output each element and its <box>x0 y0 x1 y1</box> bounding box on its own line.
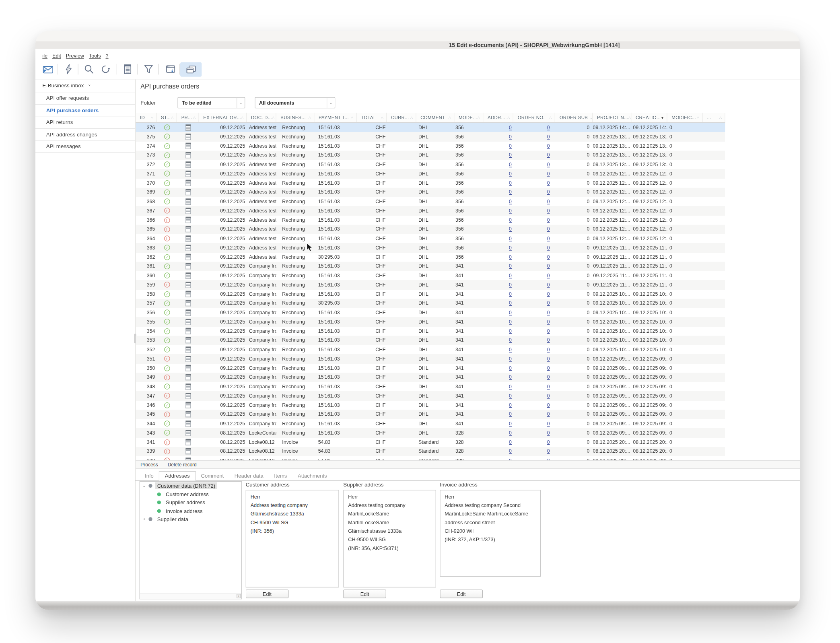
cell-link[interactable]: 0 <box>509 162 512 167</box>
windows-icon[interactable] <box>185 64 196 75</box>
cell-link[interactable]: 0 <box>509 301 512 306</box>
report-icon[interactable] <box>122 64 133 75</box>
cell-link[interactable]: 0 <box>509 291 512 297</box>
tree-item-supplier-data[interactable]: ›Supplier data <box>140 515 241 523</box>
table-row[interactable]: 356✓09.12.2025Company fro...Rechnung15'1… <box>136 308 725 317</box>
cell-link[interactable]: 0 <box>509 338 512 343</box>
column-header-busines[interactable]: BUSINES...△ <box>276 113 315 122</box>
column-header-item[interactable]: ...△ <box>703 113 725 122</box>
column-header-mode[interactable]: MODE...△ <box>454 113 483 122</box>
cell-link[interactable]: 0 <box>509 412 512 417</box>
table-row[interactable]: 344✓09.12.2025Company fro...Rechnung15'1… <box>136 419 725 428</box>
refresh-icon[interactable] <box>100 64 111 75</box>
action-process[interactable]: Process <box>140 462 158 467</box>
cell-link[interactable]: 0 <box>509 190 512 195</box>
table-row[interactable]: 339!08.12.2025Locke08.12Invoice54.83CHFS… <box>136 447 725 456</box>
document-filter-select[interactable]: All documents ⌄ <box>255 97 335 108</box>
column-header-total[interactable]: TOTAL△ <box>357 113 387 122</box>
table-row[interactable]: 359!09.12.2025Company fro...Rechnung15'1… <box>136 280 725 289</box>
table-row[interactable]: 368✓09.12.2025Address testi...Rechnung15… <box>136 197 725 206</box>
cell-link[interactable]: 0 <box>509 264 512 269</box>
cell-link[interactable]: 0 <box>547 125 550 130</box>
column-header-addr[interactable]: ADDR....△ <box>483 113 513 122</box>
cell-link[interactable]: 0 <box>547 449 550 454</box>
table-row[interactable]: 338!08.12.2025Locke08.12Invoice54.83CHFS… <box>136 456 725 460</box>
cell-link[interactable]: 0 <box>509 125 512 130</box>
table-row[interactable]: 376✓09.12.2025Address testi...Rechnung15… <box>136 123 725 132</box>
cell-link[interactable]: 0 <box>547 153 550 158</box>
cell-link[interactable]: 0 <box>509 310 512 315</box>
tab-header-data[interactable]: Header data <box>229 472 269 480</box>
cell-link[interactable]: 0 <box>547 402 550 408</box>
table-row[interactable]: 360✓09.12.2025Company fro...Rechnung15'1… <box>136 271 725 280</box>
mail-icon[interactable] <box>42 64 53 75</box>
cell-link[interactable]: 0 <box>547 328 550 334</box>
cell-link[interactable]: 0 <box>547 319 550 324</box>
table-row[interactable]: 372✓09.12.2025Address testi...Rechnung15… <box>136 160 725 169</box>
cell-link[interactable]: 0 <box>547 199 550 204</box>
cell-link[interactable]: 0 <box>509 384 512 389</box>
cell-link[interactable]: 0 <box>547 282 550 287</box>
cell-link[interactable]: 0 <box>547 365 550 371</box>
menu-item-edit[interactable]: Edit <box>52 52 61 58</box>
chevron-right-icon[interactable]: › <box>142 517 147 521</box>
column-header-order-no[interactable]: ORDER NO.△ <box>513 113 555 122</box>
column-header-pr[interactable]: PR...△ <box>177 113 199 122</box>
column-header-comment[interactable]: COMMENT△ <box>416 113 455 122</box>
menu-item-ile[interactable]: ile <box>42 52 47 58</box>
tree-item-customer-address[interactable]: Customer address <box>140 490 241 499</box>
search-icon[interactable] <box>84 64 95 75</box>
cell-link[interactable]: 0 <box>547 254 550 260</box>
cell-link[interactable]: 0 <box>509 227 512 232</box>
sidebar-item-api-address-changes[interactable]: API address changes <box>35 128 135 140</box>
cell-link[interactable]: 0 <box>547 338 550 343</box>
menu-item-preview[interactable]: Preview <box>66 52 84 58</box>
cell-link[interactable]: 0 <box>547 273 550 278</box>
column-header-external-or[interactable]: EXTERNAL OR...△ <box>199 113 247 122</box>
table-row[interactable]: 348✓09.12.2025Company fro...Rechnung15'1… <box>136 382 725 391</box>
tree-item-customer-data[interactable]: ⌄Customer data (DNR:72) <box>140 482 241 490</box>
tree-horizontal-scrollbar[interactable]: › <box>140 593 241 599</box>
cell-link[interactable]: 0 <box>509 153 512 158</box>
tab-items[interactable]: Items <box>269 472 292 480</box>
table-row[interactable]: 341!08.12.2025Locke08.12Invoice54.83CHFS… <box>136 437 725 447</box>
cell-link[interactable]: 0 <box>509 143 512 148</box>
cell-link[interactable]: 0 <box>509 375 512 380</box>
column-header-project-n[interactable]: PROJECT N...△ <box>593 113 631 122</box>
table-row[interactable]: 355✓09.12.2025Company fro...Rechnung15'1… <box>136 317 725 326</box>
column-header-order-sub[interactable]: ORDER SUB-...△ <box>555 113 593 122</box>
cell-link[interactable]: 0 <box>547 217 550 223</box>
cell-link[interactable]: 0 <box>547 190 550 195</box>
cell-link[interactable]: 0 <box>547 236 550 241</box>
cell-link[interactable]: 0 <box>509 393 512 398</box>
sidebar-item-api-purchase-orders[interactable]: API purchase orders <box>35 104 135 116</box>
table-row[interactable]: 357✓09.12.2025Company fro...Rechnung30'2… <box>136 299 725 308</box>
cell-link[interactable]: 0 <box>509 356 512 361</box>
table-row[interactable]: 361✓09.12.2025Company fro...Rechnung15'1… <box>136 262 725 271</box>
sidebar-item-api-offer-requests[interactable]: API offer requests <box>35 92 135 104</box>
column-header-modific[interactable]: MODIFIC...△ <box>667 113 703 122</box>
table-row[interactable]: 353✓09.12.2025Company fro...Rechnung15'1… <box>136 336 725 345</box>
cell-link[interactable]: 0 <box>509 365 512 371</box>
cell-link[interactable]: 0 <box>509 439 512 445</box>
cell-link[interactable]: 0 <box>547 384 550 389</box>
cell-link[interactable]: 0 <box>547 162 550 167</box>
table-row[interactable]: 349!09.12.2025Company fro...Rechnung15'1… <box>136 373 725 382</box>
column-header-payment-t[interactable]: PAYMENT T...△ <box>314 113 356 122</box>
edit-button-invoice-address[interactable]: Edit <box>440 589 483 598</box>
sidebar-item-api-returns[interactable]: API returns <box>35 116 135 128</box>
table-row[interactable]: 350✓09.12.2025Company fro...Rechnung15'1… <box>136 363 725 373</box>
cell-link[interactable]: 0 <box>547 347 550 352</box>
cell-link[interactable]: 0 <box>547 393 550 398</box>
edit-button-supplier-address[interactable]: Edit <box>343 589 386 598</box>
tab-comment[interactable]: Comment <box>196 472 229 480</box>
table-row[interactable]: 347!09.12.2025Company fro...Rechnung15'1… <box>136 391 725 400</box>
tree-item-invoice-address[interactable]: Invoice address <box>140 507 241 515</box>
tab-addresses[interactable]: Addresses <box>159 471 196 481</box>
cell-link[interactable]: 0 <box>547 430 550 435</box>
cell-link[interactable]: 0 <box>509 245 512 250</box>
run-window-icon[interactable] <box>165 64 176 75</box>
column-header-curr[interactable]: CURR...△ <box>387 113 416 122</box>
cell-link[interactable]: 0 <box>509 134 512 139</box>
lightning-icon[interactable] <box>63 64 74 75</box>
